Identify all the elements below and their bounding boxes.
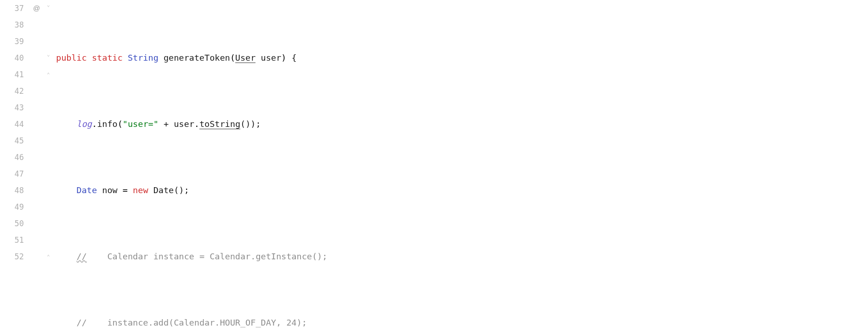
- method-name: generateToken: [164, 53, 230, 63]
- operator-eq: =: [118, 185, 133, 195]
- line-number: 43: [0, 99, 24, 116]
- comment-slashes: //: [77, 252, 87, 261]
- line-number: 52: [0, 248, 24, 265]
- line-number: 48: [0, 182, 24, 199]
- line-number: 40: [0, 50, 24, 66]
- operator-plus: +: [159, 119, 174, 129]
- override-annotation-icon[interactable]: @: [33, 0, 40, 17]
- ctor-date: Date: [153, 185, 174, 195]
- comment-slashes: //: [77, 318, 87, 327]
- fold-handle-icon[interactable]: ⌄: [47, 52, 53, 58]
- line-end: ();: [174, 185, 189, 195]
- param-user: user: [261, 53, 282, 63]
- code-line[interactable]: // Calendar instance = Calendar.getInsta…: [56, 248, 868, 265]
- ident-user: user: [174, 119, 194, 129]
- comment-text: instance.add(Calendar.HOUR_OF_DAY, 24);: [87, 318, 307, 327]
- code-area[interactable]: public static String generateToken(User …: [56, 0, 868, 332]
- keyword-static: static: [92, 53, 123, 63]
- method-tostring: toString: [199, 119, 240, 129]
- method-info: info: [97, 119, 118, 129]
- brace-open: {: [291, 53, 296, 63]
- keyword-new: new: [133, 185, 148, 195]
- line-number: 45: [0, 132, 24, 149]
- line-number: 37: [0, 0, 24, 17]
- line-number: 49: [0, 199, 24, 215]
- line-number: 42: [0, 83, 24, 99]
- string-literal: "user=": [123, 119, 159, 129]
- ident-log: log: [77, 119, 92, 129]
- fold-column: ⌄ ⌄ ⌃ ⌃: [47, 0, 56, 332]
- line-number: 41: [0, 66, 24, 83]
- code-line[interactable]: log.info("user=" + user.toString());: [56, 116, 868, 132]
- line-number: 38: [0, 17, 24, 33]
- fold-handle-icon[interactable]: ⌄: [47, 2, 53, 8]
- line-number-gutter: 37 38 39 40 41 42 43 44 45 46 47 48 49 5…: [0, 0, 32, 332]
- code-line[interactable]: public static String generateToken(User …: [56, 50, 868, 66]
- type-string: String: [128, 53, 159, 63]
- type-user: User: [235, 53, 256, 63]
- annotation-column: @: [32, 0, 47, 332]
- type-date: Date: [77, 185, 97, 195]
- fold-handle-icon[interactable]: ⌃: [47, 72, 53, 78]
- comment-text: Calendar instance = Calendar.getInstance…: [87, 252, 327, 261]
- line-number: 39: [0, 33, 24, 50]
- line-end: ());: [240, 119, 261, 129]
- fold-handle-icon[interactable]: ⌃: [47, 254, 53, 260]
- line-number: 44: [0, 116, 24, 132]
- line-number: 50: [0, 215, 24, 232]
- code-editor[interactable]: 37 38 39 40 41 42 43 44 45 46 47 48 49 5…: [0, 0, 868, 332]
- line-number: 51: [0, 232, 24, 248]
- ident-now: now: [102, 185, 117, 195]
- line-number: 47: [0, 166, 24, 182]
- code-line[interactable]: // instance.add(Calendar.HOUR_OF_DAY, 24…: [56, 315, 868, 331]
- line-number: 46: [0, 149, 24, 166]
- code-line[interactable]: Date now = new Date();: [56, 182, 868, 199]
- keyword-public: public: [56, 53, 87, 63]
